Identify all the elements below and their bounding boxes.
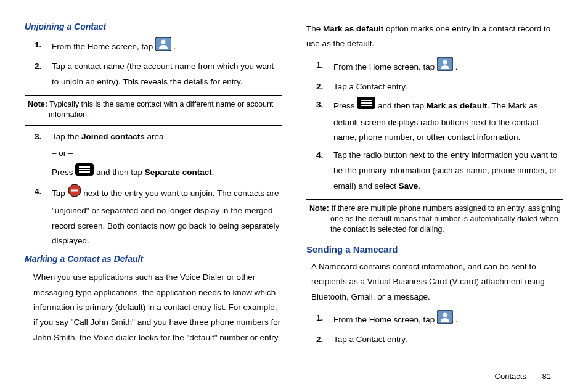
footer-section: Contacts	[495, 372, 526, 381]
list-item: Tap the Joined contacts area. – or – Pre…	[52, 129, 282, 182]
list-item: From the Home screen, tap .	[52, 38, 282, 57]
note: Note: If there are multiple phone number…	[309, 203, 563, 235]
alt-step: Press and then tap Separate contact.	[52, 164, 282, 182]
list-item: Tap a Contact entry.	[333, 80, 563, 95]
list-item: Tap the radio button next to the entry i…	[333, 148, 563, 194]
text: .	[455, 315, 458, 324]
paragraph: A Namecard contains contact information,…	[311, 259, 563, 304]
menu-icon	[75, 163, 94, 181]
text: .	[212, 168, 214, 177]
note-label: Note:	[309, 204, 329, 213]
divider	[25, 95, 282, 96]
text: next to the entry you want to unjoin. Th…	[52, 189, 279, 246]
text-bold: Save	[399, 181, 419, 190]
note: Note: Typically this is the same contact…	[28, 99, 282, 120]
footer-page-number: 81	[542, 372, 551, 381]
or-text: – or –	[52, 146, 282, 161]
namecard-list: From the Home screen, tap . Tap a Contac…	[306, 311, 563, 348]
text: and then tap	[96, 168, 145, 177]
text: area.	[145, 132, 166, 141]
unjoining-list-2: Tap the Joined contacts area. – or – Pre…	[25, 129, 282, 250]
right-column: The Mark as default option marks one ent…	[306, 22, 563, 351]
text: From the Home screen, tap	[52, 42, 155, 51]
svg-point-15	[443, 312, 447, 317]
page-footer: Contacts 81	[495, 372, 551, 381]
minus-circle-icon	[68, 184, 81, 203]
mark-default-list: From the Home screen, tap . Tap a Contac…	[306, 58, 563, 195]
note-text: Typically this is the same contact with …	[47, 100, 273, 119]
paragraph: When you use applications such as the Vo…	[33, 270, 282, 345]
text: .	[418, 181, 420, 190]
list-item: From the Home screen, tap .	[333, 311, 563, 330]
text: The	[306, 24, 323, 33]
text: Tap the radio button next to the entry i…	[333, 150, 557, 190]
text: Tap a Contact entry.	[333, 82, 407, 91]
text: From the Home screen, tap	[333, 62, 437, 71]
text: Press	[333, 101, 357, 110]
svg-rect-4	[79, 169, 90, 170]
list-item: Tap next to the entry you want to unjoin…	[52, 184, 282, 250]
contacts-icon	[437, 57, 453, 76]
svg-point-9	[443, 60, 447, 64]
subheading-unjoining: Unjoining a Contact	[25, 22, 282, 31]
text-bold: Mark as default	[323, 24, 383, 33]
text: Tap the	[52, 132, 81, 141]
list-item: Tap a Contact entry.	[333, 332, 563, 348]
paragraph: The Mark as default option marks one ent…	[306, 22, 563, 52]
svg-rect-13	[361, 105, 372, 106]
divider	[306, 199, 563, 200]
svg-rect-7	[71, 189, 78, 191]
text: .	[455, 62, 458, 71]
list-item: Press and then tap Mark as default. The …	[333, 97, 563, 146]
contacts-icon	[155, 37, 171, 56]
subheading-marking: Marking a Contact as Default	[25, 254, 282, 264]
note-text: If there are multiple phone numbers assi…	[329, 204, 561, 234]
list-item: Tap a contact name (the account name fro…	[52, 59, 282, 90]
text: Press	[52, 168, 75, 177]
text-bold: Mark as default	[427, 101, 487, 110]
text-bold: Separate contact	[145, 168, 212, 177]
svg-point-1	[161, 40, 166, 44]
text: Tap	[52, 189, 68, 198]
divider	[25, 125, 282, 126]
svg-rect-5	[79, 171, 90, 173]
svg-rect-11	[361, 100, 372, 101]
note-label: Note:	[28, 100, 47, 108]
svg-rect-3	[79, 166, 90, 168]
svg-rect-12	[361, 102, 372, 104]
text: Tap a contact name (the account name fro…	[52, 62, 274, 86]
divider	[306, 240, 563, 240]
contacts-icon	[437, 310, 453, 329]
text: and then tap	[378, 101, 427, 110]
text: From the Home screen, tap	[333, 315, 437, 324]
menu-icon	[357, 97, 375, 115]
heading-sending: Sending a Namecard	[306, 244, 563, 255]
list-item: From the Home screen, tap .	[333, 58, 563, 77]
text: Tap a Contact entry.	[333, 335, 407, 344]
unjoining-list: From the Home screen, tap . Tap a contac…	[25, 38, 282, 90]
left-column: Unjoining a Contact From the Home screen…	[25, 22, 282, 351]
text-bold: Joined contacts	[81, 132, 145, 141]
text: .	[174, 42, 176, 51]
